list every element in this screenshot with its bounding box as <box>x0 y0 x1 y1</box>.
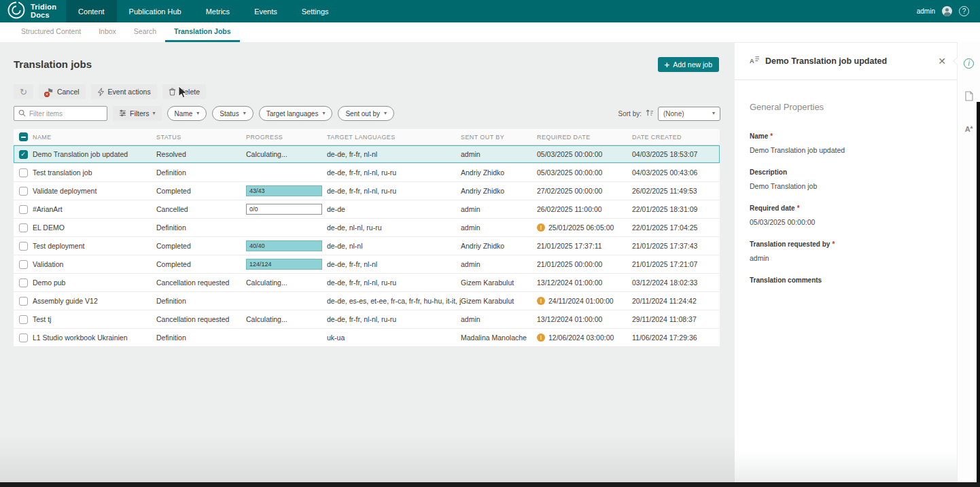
job-date-created-cell: 21/01/2025 17:21:07 <box>632 260 720 268</box>
field-label: Translation comments <box>750 276 942 284</box>
add-new-job-button[interactable]: + Add new job <box>658 57 719 72</box>
table-row[interactable]: Demo pub Cancellation requested Calculat… <box>14 274 720 292</box>
job-target-languages-cell: de-de, nl-nl <box>327 242 461 250</box>
info-tab[interactable]: i <box>963 57 975 69</box>
column-header-required-date[interactable]: REQUIRED DATE <box>537 134 632 141</box>
top-navbar: TridionDocs Content Publication Hub Metr… <box>0 0 980 22</box>
help-icon[interactable]: ? <box>959 6 969 16</box>
job-name-cell[interactable]: EL DEMO <box>33 223 156 232</box>
row-checkbox[interactable] <box>19 187 28 196</box>
tridion-logo-icon <box>7 1 26 22</box>
sort-ascending-icon[interactable] <box>646 107 654 120</box>
job-name-cell[interactable]: Validate deployment <box>33 187 156 195</box>
job-progress-cell: Calculating... <box>246 150 327 158</box>
table-row[interactable]: Test translation job Definition de-de, f… <box>14 164 720 182</box>
column-header-progress[interactable]: PROGRESS <box>246 134 327 141</box>
column-header-date-created[interactable]: DATE CREATED <box>632 134 720 141</box>
translation-tab[interactable]: A▴ <box>963 122 975 134</box>
nav-item-settings[interactable]: Settings <box>290 0 341 22</box>
job-name-cell[interactable]: Test translation job <box>33 168 156 177</box>
job-name-cell[interactable]: Validation <box>33 260 156 268</box>
field-value: 05/03/2025 00:00:00 <box>750 218 942 226</box>
jobs-toolbar: ↻ ⚑✕ Cancel Event actions <box>14 84 206 99</box>
job-required-date-cell: !12/06/2024 03:00:00 <box>537 333 632 342</box>
row-checkbox[interactable] <box>19 297 28 306</box>
column-header-status[interactable]: STATUS <box>156 134 246 141</box>
document-tab[interactable] <box>963 90 975 102</box>
refresh-button[interactable]: ↻ <box>14 84 33 99</box>
job-name-cell[interactable]: Test deployment <box>33 242 156 250</box>
table-row[interactable]: #ArianArt Cancelled 0/0 de-de admin 26/0… <box>14 200 720 219</box>
progress-bar: 0/0 <box>246 204 322 215</box>
event-actions-button[interactable]: Event actions <box>91 84 157 99</box>
sort-by-label: Sort by: <box>618 110 642 118</box>
row-checkbox[interactable] <box>19 205 28 214</box>
tab-structured-content[interactable]: Structured Content <box>12 22 90 42</box>
table-row[interactable]: Validation Completed 124/124 de-de, fr-f… <box>14 255 720 274</box>
table-row[interactable]: EL DEMO Definition de-de, nl-nl, ru-ru a… <box>14 219 720 237</box>
job-date-created-cell: 11/06/2024 17:29:36 <box>632 333 720 342</box>
row-checkbox[interactable] <box>19 260 28 269</box>
table-body: Demo Translation job updated Resolved Ca… <box>14 145 720 347</box>
close-icon[interactable]: ✕ <box>938 56 946 66</box>
tab-inbox[interactable]: Inbox <box>90 22 125 42</box>
job-name-cell[interactable]: Test tj <box>33 315 156 323</box>
job-status-cell: Definition <box>156 168 246 177</box>
cancel-button[interactable]: ⚑✕ Cancel <box>39 84 86 99</box>
sort-select[interactable]: (None) ▾ <box>658 107 720 121</box>
row-checkbox[interactable] <box>19 168 28 177</box>
job-name-cell[interactable]: #ArianArt <box>33 205 156 213</box>
nav-item-content[interactable]: Content <box>66 0 117 22</box>
table-row[interactable]: Test tj Cancellation requested Calculati… <box>14 310 720 329</box>
table-row[interactable]: Demo Translation job updated Resolved Ca… <box>14 145 720 164</box>
select-all-checkbox[interactable] <box>19 132 28 141</box>
delete-button[interactable]: Delete <box>162 84 206 99</box>
refresh-icon: ↻ <box>20 88 27 96</box>
document-icon <box>965 91 973 101</box>
brand-logo[interactable]: TridionDocs <box>0 0 66 22</box>
table-row[interactable]: Assembly guide V12 Definition de-de, es-… <box>14 292 720 310</box>
filter-pill-name[interactable]: Name▾ <box>167 106 207 121</box>
filter-items-input[interactable] <box>29 110 103 118</box>
panel-title: Demo Translation job updated <box>765 56 887 66</box>
job-date-created-cell: 26/02/2025 11:49:53 <box>632 187 720 195</box>
translation-jobs-main: Translation jobs + Add new job ↻ ⚑✕ Canc… <box>0 42 735 487</box>
row-checkbox[interactable] <box>19 223 28 232</box>
job-required-date-cell: 05/03/2025 00:00:00 <box>537 168 632 177</box>
nav-item-events[interactable]: Events <box>242 0 290 22</box>
avatar-icon[interactable] <box>942 6 952 16</box>
job-name-cell[interactable]: Demo pub <box>33 278 156 287</box>
tab-search[interactable]: Search <box>125 22 165 42</box>
table-row[interactable]: Test deployment Completed 40/40 de-de, n… <box>14 237 720 255</box>
filter-pill-sent-out-by[interactable]: Sent out by▾ <box>338 106 394 121</box>
job-name-cell[interactable]: L1 Studio workbook Ukrainien <box>33 333 156 342</box>
table-row[interactable]: L1 Studio workbook Ukrainien Definition … <box>14 329 720 347</box>
job-target-languages-cell: de-de, nl-nl, ru-ru <box>327 223 461 232</box>
nav-item-metrics[interactable]: Metrics <box>194 0 242 22</box>
nav-item-publication-hub[interactable]: Publication Hub <box>117 0 194 22</box>
field-label: Required date* <box>750 204 942 212</box>
row-checkbox[interactable] <box>19 278 28 287</box>
search-icon <box>18 107 26 120</box>
table-row[interactable]: Validate deployment Completed 43/43 de-d… <box>14 182 720 200</box>
row-checkbox[interactable] <box>19 150 28 159</box>
filters-button[interactable]: Filters ▾ <box>113 106 162 121</box>
field-label: Name* <box>750 132 942 140</box>
row-checkbox[interactable] <box>19 242 28 251</box>
job-sent-out-by-cell: Andriy Zhidko <box>461 187 537 195</box>
chevron-down-icon: ▾ <box>243 111 246 116</box>
job-name-cell[interactable]: Assembly guide V12 <box>33 297 156 305</box>
job-name-cell[interactable]: Demo Translation job updated <box>33 150 156 158</box>
column-header-name[interactable]: NAME <box>33 134 156 141</box>
filter-sliders-icon <box>119 109 126 118</box>
screen-right-edge <box>977 102 980 487</box>
filter-pill-status[interactable]: Status▾ <box>212 106 253 121</box>
row-checkbox[interactable] <box>19 333 28 342</box>
column-header-sent-out-by[interactable]: SENT OUT BY <box>461 134 537 141</box>
row-checkbox[interactable] <box>19 315 28 324</box>
job-required-date-cell: !24/11/2024 01:00:00 <box>537 297 632 305</box>
filter-pill-target-languages[interactable]: Target languages▾ <box>259 106 333 121</box>
app-window: TridionDocs Content Publication Hub Metr… <box>0 0 980 487</box>
column-header-target-languages[interactable]: TARGET LANGUAGES <box>327 134 461 141</box>
tab-translation-jobs[interactable]: Translation Jobs <box>165 22 239 42</box>
